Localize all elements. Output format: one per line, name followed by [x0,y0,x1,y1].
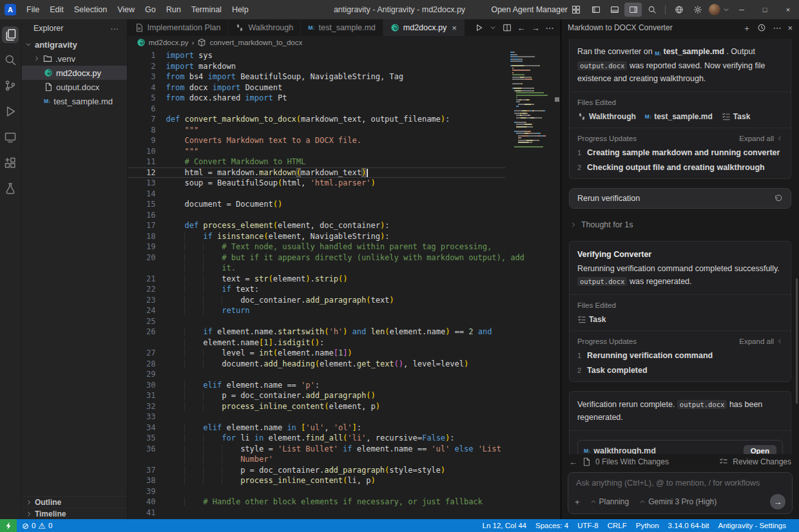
file-chip[interactable]: M↓test_sample.md [645,112,713,121]
agent-scrollbar-thumb[interactable] [796,278,798,404]
menu-help[interactable]: Help [227,0,254,19]
panel-right-icon[interactable] [624,3,642,17]
chevron-down-icon[interactable] [487,24,499,31]
expand-all-button[interactable]: Expand all [739,337,783,345]
menu-view[interactable]: View [112,0,140,19]
user-avatar[interactable] [709,4,720,15]
statusbar-cursor-position[interactable]: Ln 12, Col 44 [478,522,531,529]
model-selector[interactable]: Gemini 3 Pro (High) [639,497,717,506]
menu-selection[interactable]: Selection [69,0,112,19]
minimap[interactable] [510,52,552,151]
statusbar-encoding[interactable]: UTF-8 [573,522,603,529]
search-icon[interactable] [643,3,660,17]
problems-indicator[interactable]: ⊘0⚠0 [17,522,57,530]
activitybar-search[interactable] [2,49,19,72]
minimap-row [510,149,552,150]
forward-icon[interactable]: → [530,24,541,32]
code-row: 33 [128,412,505,423]
line-number: 12 [128,167,166,178]
minimap-row [510,74,552,75]
menu-file[interactable]: File [21,0,44,19]
activitybar-run-debug[interactable] [2,100,19,124]
back-icon[interactable]: ← [569,458,577,466]
more-icon[interactable]: ⋯ [544,24,555,32]
explorer-more-icon[interactable]: ⋯ [110,24,119,33]
minimap-row [510,146,552,147]
statusbar-language-mode[interactable]: Python [631,522,664,529]
file-chip[interactable]: Walkthrough [577,112,636,121]
inline-file-chip[interactable]: M↓test_sample.md [655,47,724,56]
statusbar-indentation[interactable]: Spaces: 4 [531,522,573,529]
tab-md2docx-py[interactable]: md2docx.py× [383,19,465,36]
gear-icon[interactable] [689,3,706,17]
activitybar-remote-explorer[interactable] [2,126,19,149]
more-icon[interactable]: ⋯ [773,24,781,32]
panel-bottom-icon[interactable] [606,3,623,17]
file-chip[interactable]: Task [722,112,750,121]
history-icon[interactable] [757,23,766,32]
tab-close-icon[interactable]: × [452,23,457,33]
overview-ruler[interactable] [554,48,561,519]
breadcrumb-file[interactable]: md2docx.py [149,39,189,46]
menu-run[interactable]: Run [161,0,186,19]
expand-all-button[interactable]: Expand all [739,135,783,142]
open-button[interactable]: Open [744,445,776,454]
error-icon: ⊘ [22,522,29,530]
file-chip[interactable]: Task [577,315,606,324]
menu-edit[interactable]: Edit [44,0,69,19]
menu-terminal[interactable]: Terminal [186,0,227,19]
run-icon[interactable] [473,23,485,32]
explorer-header: Explorer ⋯ [22,19,127,37]
chat-composer[interactable]: + Planning Gemini 3 Pro (High) → [568,472,793,514]
add-icon[interactable]: ＋ [742,24,751,32]
tree-item-output-docx[interactable]: output.docx [22,80,127,94]
section-timeline[interactable]: Timeline [22,508,127,519]
tab-test-sample-md[interactable]: M↓test_sample.md [301,19,383,36]
send-button[interactable]: → [770,494,785,509]
activitybar-source-control[interactable] [2,75,19,98]
minimap-row [510,126,552,128]
tree-item-workspace[interactable]: antigravity [22,37,127,52]
maximize-button[interactable]: □ [754,0,776,19]
thought-toggle[interactable]: Thought for 1s [570,220,790,229]
antigravity-window: A FileEditSelectionViewGoRunTerminalHelp… [0,0,799,532]
tree-item-test-sample-md[interactable]: M↓test_sample.md [22,94,127,108]
line-number: 41 [128,508,166,518]
chevron-down-icon[interactable] [723,6,729,13]
close-icon[interactable]: × [787,24,793,32]
section-outline[interactable]: Outline [22,497,127,508]
review-changes-button[interactable]: Review Changes [733,457,791,466]
attach-button[interactable]: + [575,498,580,506]
rerun-verification-button[interactable]: Rerun verification [569,188,791,209]
globe-icon[interactable] [670,3,688,17]
tab-walkthrough[interactable]: Walkthrough [228,19,301,36]
code-row: 2import markdown [128,61,505,72]
chat-input[interactable] [575,478,780,488]
close-button[interactable]: × [777,0,799,19]
statusbar-eol[interactable]: CRLF [603,522,631,529]
activitybar-testing[interactable] [2,178,19,201]
minimap-row [510,131,552,132]
markdown-icon: M↓ [645,113,651,120]
tree-item--venv[interactable]: .venv [22,52,127,66]
breadcrumb-symbol[interactable]: convert_markdown_to_docx [209,39,302,46]
activitybar-extensions[interactable] [2,152,19,175]
back-icon[interactable]: ← [515,24,527,32]
tab-implementation-plan[interactable]: Implementation Plan [128,19,229,36]
mode-selector[interactable]: Planning [590,497,630,506]
remote-indicator[interactable] [0,519,17,532]
menu-go[interactable]: Go [140,0,161,19]
open-agent-manager-button[interactable]: Open Agent Manager [491,5,581,14]
tree-item-md2docx-py[interactable]: md2docx.py [22,66,127,80]
code-editor[interactable]: 1import sys2import markdown3from bs4 imp… [128,48,561,519]
minimize-button[interactable]: ─ [731,0,753,19]
statusbar-settings[interactable]: Antigravity - Settings [714,522,791,529]
agent-conversation[interactable]: Ran the converter on M↓test_sample.md . … [561,36,799,454]
titlebar: A FileEditSelectionViewGoRunTerminalHelp… [0,0,799,19]
split-editor-icon[interactable] [501,23,513,32]
activitybar-explorer[interactable] [2,23,19,46]
statusbar-python-interpreter[interactable]: 3.14.0 64-bit [664,522,714,529]
panel-left-icon[interactable] [587,3,604,17]
artifact-file-row[interactable]: M↓walkthrough.mdOpen [577,440,783,454]
search-icon [4,53,17,68]
